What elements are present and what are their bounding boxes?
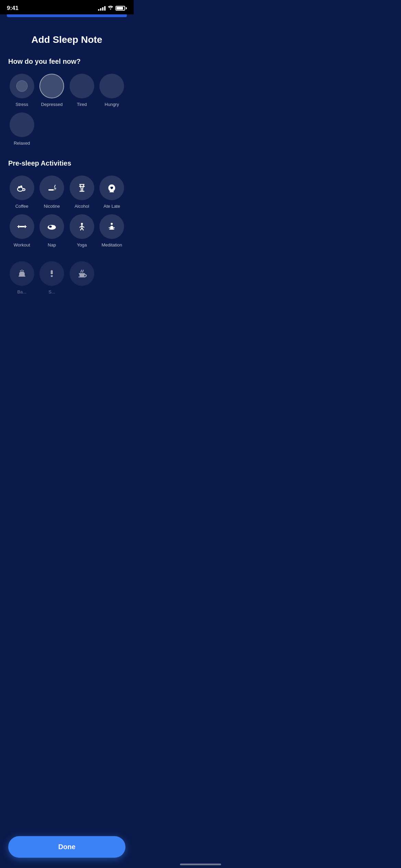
svg-point-26 (23, 270, 24, 272)
svg-rect-17 (19, 226, 25, 227)
svg-text:😄: 😄 (17, 120, 26, 129)
mood-section: How do you feel now? 😤 Stress 😶 (8, 58, 125, 146)
activity-item-ate-late[interactable]: Ate Late (98, 176, 126, 209)
svg-rect-16 (25, 225, 26, 228)
workout-icon-circle (10, 214, 34, 239)
top-hint-bar (7, 14, 127, 17)
activity-item-tea[interactable] (68, 261, 96, 294)
status-icons (98, 5, 127, 11)
svg-point-8 (20, 185, 22, 188)
bath-label: Ba... (17, 289, 26, 294)
main-content: Add Sleep Note How do you feel now? 😤 St… (0, 17, 134, 329)
mood-item-tired[interactable]: 🥱 Tired (68, 74, 96, 107)
hungry-icon-circle: 😫 (99, 74, 124, 98)
hungry-label: Hungry (105, 102, 119, 107)
wifi-icon (108, 5, 113, 11)
meditation-label: Meditation (101, 242, 122, 248)
yoga-label: Yoga (77, 242, 87, 248)
tired-icon-circle: 🥱 (70, 74, 94, 98)
coffee-label: Coffee (15, 204, 28, 209)
mood-item-hungry[interactable]: 😫 Hungry (98, 74, 126, 107)
activity-item-nap[interactable]: Nap (38, 214, 66, 248)
stress-icon-circle: 😤 (10, 74, 34, 98)
mood-item-depressed[interactable]: 😶 Depressed (38, 74, 66, 107)
nap-label: Nap (48, 242, 56, 248)
svg-point-18 (48, 225, 56, 230)
depressed-label: Depressed (41, 102, 63, 107)
yoga-icon-circle (70, 214, 94, 239)
svg-rect-9 (48, 189, 54, 191)
relaxed-icon-circle: 😄 (10, 112, 34, 137)
supplement-label: S... (48, 289, 55, 294)
nicotine-icon-circle (39, 176, 64, 200)
svg-text:😫: 😫 (108, 82, 116, 90)
meditation-icon-circle (99, 214, 124, 239)
ate-late-icon-circle (99, 176, 124, 200)
svg-point-6 (17, 187, 23, 191)
activity-item-supplement[interactable]: S... (38, 261, 66, 294)
svg-point-21 (111, 223, 113, 225)
activity-item-nicotine[interactable]: Nicotine (38, 176, 66, 209)
ate-late-label: Ate Late (104, 204, 120, 209)
battery-icon (116, 6, 127, 11)
activity-item-coffee[interactable]: Coffee (8, 176, 36, 209)
svg-rect-27 (51, 270, 53, 277)
activities-section-title: Pre-sleep Activities (8, 159, 125, 167)
activity-item-yoga[interactable]: Yoga (68, 214, 96, 248)
supplement-icon-circle (39, 261, 64, 286)
svg-text:🥱: 🥱 (77, 82, 86, 90)
svg-rect-28 (50, 274, 53, 275)
status-time: 9:41 (7, 5, 19, 12)
coffee-icon-circle (10, 176, 34, 200)
svg-point-19 (49, 226, 52, 228)
svg-rect-23 (19, 276, 25, 277)
tea-icon-circle (70, 261, 94, 286)
activity-item-meditation[interactable]: Meditation (98, 214, 126, 248)
svg-point-0 (16, 81, 27, 92)
activity-item-alcohol[interactable]: Alcohol (68, 176, 96, 209)
mood-section-title: How do you feel now? (8, 58, 125, 65)
relaxed-label: Relaxed (14, 141, 30, 146)
activity-item-bath[interactable]: Ba... (8, 261, 36, 294)
svg-point-7 (18, 186, 20, 188)
workout-label: Workout (14, 242, 30, 248)
status-bar: 9:41 (0, 0, 134, 14)
signal-icon (98, 6, 106, 11)
mood-item-stress[interactable]: 😤 Stress (8, 74, 36, 107)
mood-grid: 😤 Stress 😶 Depressed 🥱 (8, 74, 125, 146)
svg-point-22 (109, 228, 114, 230)
stress-label: Stress (15, 102, 28, 107)
page-title: Add Sleep Note (8, 34, 125, 45)
nap-icon-circle (39, 214, 64, 239)
svg-point-25 (21, 269, 23, 271)
bath-icon-circle (10, 261, 34, 286)
alcohol-icon-circle (70, 176, 94, 200)
activity-item-workout[interactable]: Workout (8, 214, 36, 248)
alcohol-label: Alcohol (74, 204, 89, 209)
activities-section: Pre-sleep Activities Coffee (8, 159, 125, 294)
svg-point-24 (20, 270, 21, 272)
depressed-icon-circle: 😶 (39, 74, 64, 98)
svg-text:😶: 😶 (48, 82, 56, 90)
activities-partial-row: Ba... S... (8, 261, 125, 294)
tired-label: Tired (77, 102, 87, 107)
mood-item-relaxed[interactable]: 😄 Relaxed (8, 112, 36, 146)
svg-rect-11 (54, 189, 55, 191)
nicotine-label: Nicotine (44, 204, 60, 209)
activities-grid: Coffee Nicotine (8, 176, 125, 248)
svg-rect-15 (18, 225, 19, 228)
